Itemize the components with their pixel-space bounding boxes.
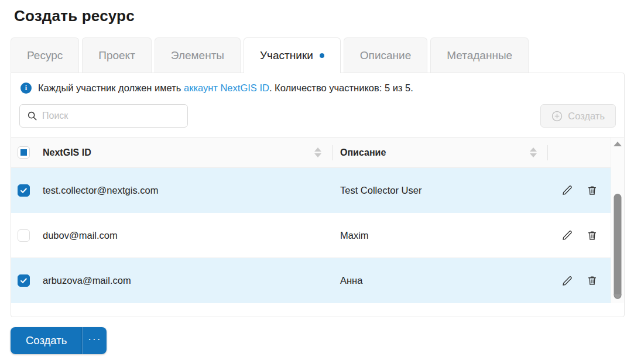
participant-id: test.collector@nextgis.com bbox=[43, 185, 332, 196]
column-header-nextgis-id: NextGIS ID bbox=[43, 147, 314, 158]
row-checkbox[interactable] bbox=[18, 274, 30, 287]
column-divider bbox=[547, 145, 548, 160]
scroll-up-icon[interactable] bbox=[614, 142, 622, 146]
search-box bbox=[19, 104, 188, 128]
participant-description: Maxim bbox=[340, 230, 547, 241]
row-checkbox[interactable] bbox=[18, 184, 30, 197]
tab-project[interactable]: Проект bbox=[82, 37, 152, 73]
search-icon bbox=[27, 111, 37, 121]
edit-button[interactable] bbox=[561, 184, 573, 196]
plus-circle-icon bbox=[551, 111, 563, 122]
create-more-options-button[interactable]: ··· bbox=[82, 327, 107, 354]
vertical-scrollbar[interactable] bbox=[611, 138, 624, 303]
select-all-checkbox[interactable] bbox=[18, 146, 30, 159]
tab-description[interactable]: Описание bbox=[344, 37, 427, 73]
scrollbar-thumb[interactable] bbox=[614, 194, 622, 299]
trash-icon bbox=[587, 275, 598, 286]
info-icon: i bbox=[20, 83, 32, 94]
info-banner: i Каждый участник должен иметь аккаунт N… bbox=[11, 73, 624, 102]
table-row[interactable]: arbuzova@mail.com Анна bbox=[11, 258, 611, 303]
delete-button[interactable] bbox=[587, 230, 598, 241]
notification-dot-icon bbox=[320, 53, 324, 58]
footer-actions: Создать ··· bbox=[11, 327, 634, 354]
participant-description: Анна bbox=[340, 275, 547, 286]
check-icon bbox=[20, 277, 28, 284]
page-title: Создать ресурс bbox=[14, 7, 634, 25]
table-row[interactable]: test.collector@nextgis.com Test Collecto… bbox=[11, 168, 611, 213]
scroll-down-icon[interactable] bbox=[614, 294, 622, 299]
table-row[interactable]: dubov@mail.com Maxim bbox=[11, 213, 611, 258]
participant-description: Test Collector User bbox=[340, 185, 547, 196]
participants-panel: i Каждый участник должен иметь аккаунт N… bbox=[11, 73, 625, 317]
sort-nextgis-id-icon[interactable] bbox=[314, 147, 321, 157]
participant-id: arbuzova@mail.com bbox=[43, 275, 332, 286]
info-text: Каждый участник должен иметь аккаунт Nex… bbox=[38, 83, 413, 94]
pencil-icon bbox=[561, 229, 573, 241]
row-checkbox[interactable] bbox=[18, 229, 30, 242]
tab-elements[interactable]: Элементы bbox=[155, 37, 241, 73]
pencil-icon bbox=[561, 184, 573, 196]
search-input[interactable] bbox=[42, 111, 180, 121]
create-resource-button[interactable]: Создать bbox=[11, 327, 82, 354]
participant-id: dubov@mail.com bbox=[43, 230, 332, 241]
table-header-row: NextGIS ID Описание bbox=[11, 138, 611, 168]
trash-icon bbox=[587, 185, 598, 196]
column-header-description: Описание bbox=[340, 147, 530, 158]
sort-description-icon[interactable] bbox=[530, 147, 537, 157]
delete-button[interactable] bbox=[587, 185, 598, 196]
pencil-icon bbox=[561, 275, 573, 287]
nextgis-id-link[interactable]: аккаунт NextGIS ID bbox=[184, 83, 269, 93]
add-participant-button[interactable]: Создать bbox=[540, 104, 616, 128]
trash-icon bbox=[587, 230, 598, 241]
delete-button[interactable] bbox=[587, 275, 598, 286]
edit-button[interactable] bbox=[561, 229, 573, 241]
tab-bar: Ресурс Проект Элементы Участники Описани… bbox=[11, 37, 634, 73]
tab-participants[interactable]: Участники bbox=[244, 37, 341, 73]
check-icon bbox=[20, 187, 28, 194]
tab-metadata[interactable]: Метаданные bbox=[430, 37, 529, 73]
edit-button[interactable] bbox=[561, 275, 573, 287]
table-toolbar: Создать bbox=[11, 102, 624, 137]
participants-table: NextGIS ID Описание test.collector@nex bbox=[11, 137, 624, 303]
tab-resource[interactable]: Ресурс bbox=[11, 37, 79, 73]
